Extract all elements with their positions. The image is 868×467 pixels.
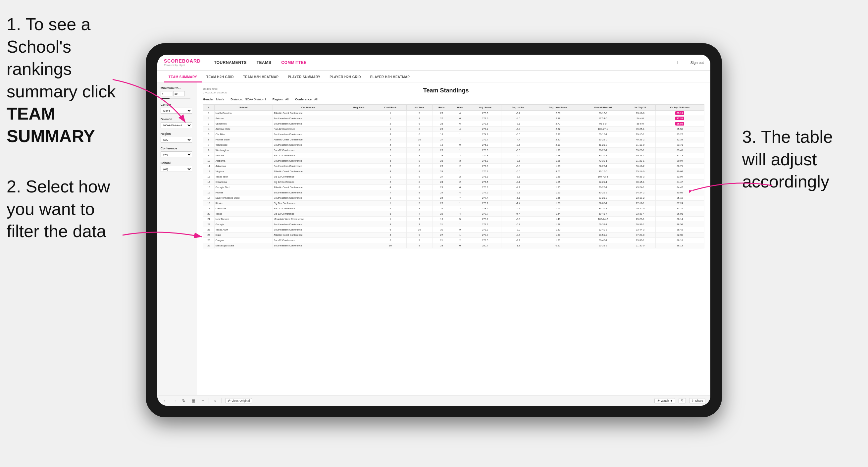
gender-filter-value: Men's [216, 98, 224, 101]
reg-rank-cell: - [344, 232, 374, 238]
vs50-cell: 83.27 [655, 206, 704, 211]
no-tour-cell: 8 [407, 169, 432, 174]
rnds-cell: 24 [432, 169, 451, 174]
view-original-btn[interactable]: ☍ View: Original [225, 398, 252, 403]
nav-committee[interactable]: COMMITTEE [281, 59, 307, 66]
adj-score-cell: 276.3 [469, 169, 501, 174]
conf-cell: Pac-12 Conference [273, 238, 344, 243]
rank-cell: 18 [203, 201, 215, 206]
sign-out-link[interactable]: Sign out [690, 61, 704, 65]
adj-score-cell: 273.6 [469, 116, 501, 121]
vs50-cell: 88.14 [655, 217, 704, 222]
min-rounds-min[interactable] [161, 91, 172, 96]
nav-tournaments[interactable]: TOURNAMENTS [214, 59, 247, 66]
rank-cell: 1 [203, 111, 215, 116]
avg-par-cell: -5.1 [501, 206, 535, 211]
conf-rank-cell: 1 [374, 174, 407, 180]
conference-label: Conference [161, 147, 193, 150]
rank-cell: 12 [203, 169, 215, 174]
avg-par-cell: -3.8 [501, 164, 535, 169]
share-label: Share [695, 399, 703, 402]
table-row: 12 Virginia Atlantic Coast Conference - … [203, 169, 704, 174]
resize-btn[interactable]: ⇱ [679, 398, 686, 403]
vs50-cell: 80.94 [655, 158, 704, 164]
division-select[interactable]: NCAA Division I [161, 122, 192, 128]
gender-label: Gender [161, 103, 193, 106]
refresh-icon[interactable]: ↻ [181, 398, 187, 404]
tab-team-h2h-heatmap[interactable]: TEAM H2H HEATMAP [239, 72, 283, 83]
tab-player-summary[interactable]: PLAYER SUMMARY [283, 72, 325, 83]
wins-cell: 7 [451, 137, 469, 143]
back-icon[interactable]: ← [162, 398, 168, 404]
conf-cell: Southeastern Conference [273, 132, 344, 137]
conference-filter: Conference (All) [161, 147, 193, 157]
watch-btn[interactable]: 👁 Watch ▼ [654, 398, 675, 403]
school-cell: Ole Miss [214, 132, 273, 137]
conference-select[interactable]: (All) [161, 151, 192, 157]
conf-cell: Big Ten Conference [273, 201, 344, 206]
adj-score-cell: 275.9 [469, 143, 501, 148]
region-filter-value: All [285, 98, 288, 101]
avg-low-cell: 2.37 [535, 132, 581, 137]
rounds-slider[interactable] [161, 98, 193, 99]
avg-par-cell: -3.1 [501, 238, 535, 243]
school-select[interactable]: (All) [161, 166, 192, 172]
conf-rank-cell: 5 [374, 238, 407, 243]
bottom-toolbar: ← → ↻ ▦ ⋯ ○ ☍ View: Original 👁 Watch ▼ ⇱… [157, 395, 710, 406]
wins-cell: 4 [451, 190, 469, 195]
nav-teams[interactable]: TEAMS [257, 59, 272, 66]
rnds-cell: 23 [432, 111, 451, 116]
avg-par-cell: -6.0 [501, 169, 535, 174]
wins-cell: 7 [451, 195, 469, 201]
vs25-cell: 35-14-0 [625, 169, 655, 174]
copy-icon[interactable]: ▦ [190, 398, 196, 404]
table-row: 9 Arizona Pac-12 Conference - 2 8 23 2 2… [203, 153, 704, 158]
tab-player-h2h-grid[interactable]: PLAYER H2H GRID [325, 72, 366, 83]
min-rounds-label: Minimum Ro... [161, 87, 193, 90]
no-tour-cell: 10 [407, 137, 432, 143]
table-row: 21 New Mexico Mountain West Conference -… [203, 217, 704, 222]
avg-par-cell: -4.2 [501, 185, 535, 190]
vs25-cell: 29-25-0 [625, 206, 655, 211]
vs50-cell: 86.91 [655, 211, 704, 217]
min-rounds-max[interactable] [173, 91, 185, 96]
region-filter: Region N/A [161, 132, 193, 143]
filter-sidebar: Minimum Ro... Gender Men's [157, 83, 197, 395]
avg-low-cell: 2.77 [535, 121, 581, 126]
main-content: Minimum Ro... Gender Men's [157, 83, 710, 395]
vs50-cell: 88.18 [655, 238, 704, 243]
adj-score-cell: 277.4 [469, 195, 501, 201]
vs50-cell: 86.54 [655, 121, 704, 126]
rnds-cell: 29 [432, 185, 451, 190]
vs25-cell: 54-4-0 [625, 116, 655, 121]
avg-low-cell: 1.55 [535, 195, 581, 201]
more-icon[interactable]: ⋯ [199, 398, 205, 404]
share-btn[interactable]: ⇧ Share [689, 398, 705, 403]
col-school: School [214, 105, 273, 111]
wins-cell: 2 [451, 174, 469, 180]
school-cell: North Carolina [214, 111, 273, 116]
division-filter-value: NCAA Division I [245, 98, 266, 101]
tab-team-h2h-grid[interactable]: TEAM H2H GRID [202, 72, 239, 83]
view-original-label: View: Original [231, 399, 250, 402]
vs50-cell: 85.18 [655, 195, 704, 201]
vs50-cell: 87.24 [655, 201, 704, 206]
school-cell: Illinois [214, 201, 273, 206]
table-row: 6 Florida State Atlantic Coast Conferenc… [203, 137, 704, 143]
gender-select[interactable]: Men's [161, 107, 192, 114]
vs50-cell: 84.47 [655, 185, 704, 190]
region-select[interactable]: N/A [161, 137, 192, 143]
conf-rank-cell: 1 [374, 217, 407, 222]
min-rounds-inputs [161, 91, 193, 96]
conf-rank-cell: 2 [374, 121, 407, 126]
adj-score-cell: 279.5 [469, 238, 501, 243]
avg-low-cell: 1.90 [535, 164, 581, 169]
forward-icon[interactable]: → [172, 398, 178, 404]
clock-icon[interactable]: ○ [212, 398, 218, 404]
content-header: Update time: 27/03/2024 16:56:26 Team St… [203, 87, 704, 94]
tab-team-summary[interactable]: TEAM SUMMARY [164, 72, 202, 83]
avg-par-cell: -5.1 [501, 195, 535, 201]
table-row: 26 Mississippi State Southeastern Confer… [203, 243, 704, 248]
tab-player-h2h-heatmap[interactable]: PLAYER H2H HEATMAP [366, 72, 414, 83]
school-filter: School (All) [161, 161, 193, 172]
